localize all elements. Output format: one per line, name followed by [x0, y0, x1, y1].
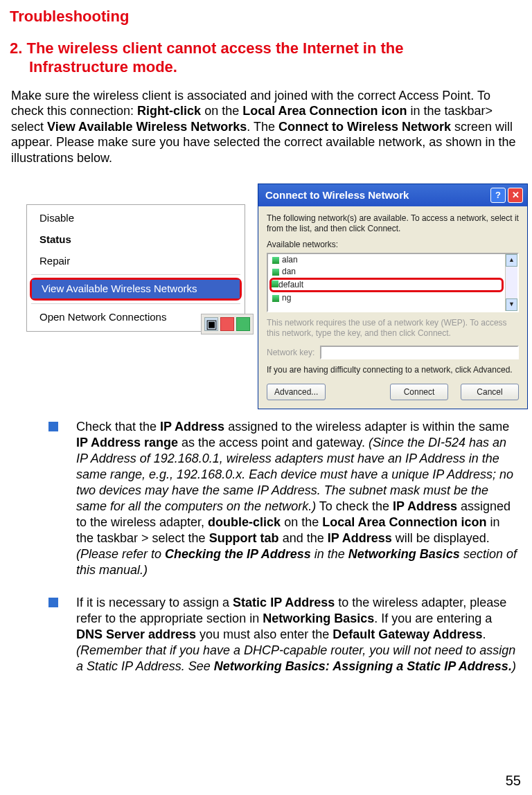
text: will be displayed. [392, 531, 490, 545]
text-italic: ) [512, 659, 516, 673]
bullet-square-icon [48, 422, 58, 431]
page-number: 55 [506, 772, 521, 789]
tray-icon[interactable] [220, 317, 234, 331]
dialog-title: Connect to Wireless Network [265, 189, 409, 202]
text-bold: double-click [208, 515, 281, 529]
figures-container: Disable Status Repair View Available Wir… [10, 184, 522, 405]
signal-icon [272, 295, 279, 302]
intro-paragraph: Make sure the wireless client is associa… [11, 88, 518, 166]
network-icon[interactable]: ▣ [204, 317, 218, 331]
text: To check the [316, 499, 393, 513]
highlight-callout: View Available Wireless Networks [30, 278, 242, 301]
network-name: alan [282, 255, 298, 265]
close-button[interactable]: ✕ [508, 188, 523, 203]
text-bolditalic: Networking Basics [348, 547, 460, 561]
signal-icon [272, 257, 279, 264]
signal-icon [272, 280, 278, 287]
network-item[interactable]: dan [268, 266, 505, 278]
menu-item-disable[interactable]: Disable [27, 208, 245, 229]
list-item: Check that the IP Address assigned to th… [48, 419, 517, 578]
text-bold: IP Address [160, 420, 224, 434]
cancel-button[interactable]: Cancel [461, 384, 519, 400]
heading-line1: 2. The wireless client cannot access the… [10, 39, 404, 57]
context-menu[interactable]: Disable Status Repair View Available Wir… [26, 204, 245, 332]
text: and the [279, 531, 328, 545]
text-bold: Static IP Address [233, 596, 335, 609]
connect-dialog: Connect to Wireless Network ? ✕ The foll… [258, 184, 528, 409]
text: on the [281, 515, 322, 529]
text: on the [201, 104, 242, 118]
highlight-callout: default [269, 278, 504, 292]
page-title: Troubleshooting [10, 7, 522, 26]
scroll-down-button[interactable]: ▼ [506, 298, 517, 311]
network-item-selected[interactable]: default [272, 280, 303, 290]
network-name: default [278, 280, 303, 289]
wep-note-text: This network requires the use of a netwo… [267, 318, 519, 339]
text-bold: Right-click [137, 104, 201, 118]
scroll-track[interactable] [506, 267, 517, 298]
section-heading: 2. The wireless client cannot access the… [10, 39, 522, 77]
network-item[interactable]: ng [268, 292, 505, 304]
network-name: dan [282, 267, 296, 277]
text-bold: DNS Server address [76, 627, 196, 641]
text: . [483, 627, 486, 641]
text: If it is necessary to assign a [76, 596, 233, 609]
advanced-help-text: If you are having difficulty connecting … [267, 365, 519, 375]
bullet-square-icon [48, 598, 58, 607]
text-bolditalic: Checking the IP Address [165, 547, 311, 561]
network-item[interactable]: alan [268, 254, 505, 266]
available-networks-label: Available networks: [267, 240, 519, 250]
menu-item-view-networks[interactable]: View Available Wireless Networks [32, 280, 240, 298]
text-bolditalic: Networking Basics: Assigning a Static IP… [214, 659, 512, 673]
text: assigned to the wireless adapter is with… [224, 420, 509, 434]
list-item: If it is necessary to assign a Static IP… [48, 595, 517, 675]
text-bold: View Available Wireless Networks [47, 120, 247, 134]
connect-button[interactable]: Connect [390, 384, 448, 400]
bullet-list: Check that the IP Address assigned to th… [10, 419, 522, 675]
menu-item-repair[interactable]: Repair [27, 251, 245, 272]
dialog-titlebar[interactable]: Connect to Wireless Network ? ✕ [258, 184, 527, 206]
signal-icon [272, 269, 279, 276]
menu-separator [31, 303, 240, 304]
networks-listbox[interactable]: alan dan default ng ▲ ▼ [267, 253, 519, 312]
tray-icon[interactable] [236, 317, 250, 331]
text-bold: IP Address [328, 531, 392, 545]
menu-item-status[interactable]: Status [27, 229, 245, 251]
text: you must also enter the [196, 627, 332, 641]
text-bold: Default Gateway Address [332, 627, 482, 641]
text: . If you are entering a [374, 611, 492, 625]
text-bold: Local Area Connection icon [242, 104, 407, 118]
text-bold: Connect to Wireless Network [278, 120, 451, 134]
network-name: ng [282, 293, 291, 303]
menu-separator [31, 274, 240, 275]
text-bold: Support tab [209, 531, 279, 545]
scroll-up-button[interactable]: ▲ [506, 254, 517, 267]
text-bold: IP Address [393, 499, 457, 513]
dialog-intro-text: The following network(s) are available. … [267, 213, 519, 234]
text-italic: (Please refer to [76, 547, 165, 561]
scrollbar[interactable]: ▲ ▼ [505, 254, 517, 311]
text-italic: in the [311, 547, 348, 561]
advanced-button[interactable]: Advanced... [267, 384, 326, 400]
text-bold: IP Address range [76, 436, 178, 449]
network-key-label: Network key: [267, 348, 314, 358]
heading-line2: Infrastructure mode. [10, 57, 177, 77]
text: . The [247, 120, 278, 134]
network-key-input[interactable] [320, 346, 519, 359]
text-bold: Local Area Connection icon [322, 515, 486, 529]
help-button[interactable]: ? [490, 188, 506, 203]
text: Check that the [76, 420, 160, 434]
text-bold: Networking Basics [263, 611, 374, 625]
text: as the access point and gateway. [178, 436, 369, 449]
system-tray: ▣ [201, 314, 254, 334]
